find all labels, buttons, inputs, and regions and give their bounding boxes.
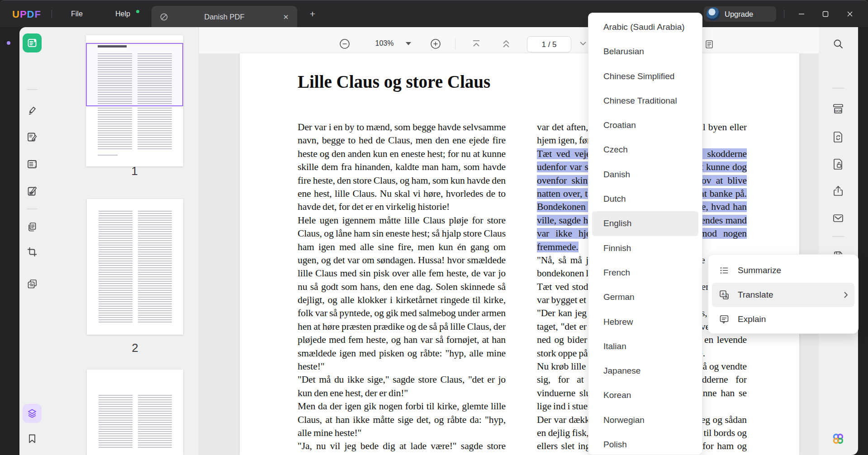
highlighter-icon[interactable] — [23, 101, 42, 120]
page-thumbnail-3[interactable] — [87, 370, 183, 455]
language-option-french[interactable]: French — [592, 261, 698, 285]
chevron-down-icon[interactable] — [579, 41, 587, 47]
upgrade-button[interactable]: Upgrade — [704, 6, 776, 22]
page-thumbnail-1[interactable] — [86, 35, 183, 166]
text-line: heste og den anden kun en eneste hest; f… — [298, 147, 506, 161]
status-dot — [7, 41, 10, 45]
text-line: ugen, og det var om søndagen. Hussa! hvo… — [298, 254, 506, 267]
avatar — [707, 7, 720, 21]
ocr-icon[interactable]: OCR — [829, 99, 848, 118]
language-option-hebrew[interactable]: Hebrew — [592, 310, 698, 334]
search-icon[interactable] — [829, 34, 848, 53]
ai-assistant-icon[interactable] — [829, 429, 848, 448]
page-number-input[interactable]: 1 / 5 — [527, 36, 571, 52]
text-line: dejligt, og alle klokker i kirketårnet r… — [298, 294, 506, 307]
text-line: Claus, "for siger du det én gang endnu, … — [298, 453, 506, 455]
language-option-arabic-saudi-arabia-[interactable]: Arabic (Saudi Arabia) — [592, 15, 698, 39]
view-toolbar: 103% 1 / 5 — [199, 27, 819, 53]
reader-mode-icon[interactable] — [23, 33, 42, 52]
new-tab-button[interactable]: + — [307, 8, 318, 20]
titlebar-divider — [52, 10, 52, 18]
edit-pdf-icon[interactable] — [23, 182, 42, 201]
zoom-in-button[interactable] — [431, 39, 441, 49]
submenu-chevron-icon — [844, 291, 848, 299]
menu-item-translate[interactable]: A Translate — [712, 283, 854, 307]
language-option-dutch[interactable]: Dutch — [592, 187, 698, 211]
language-option-korean[interactable]: Korean — [592, 383, 698, 408]
maximize-button[interactable] — [819, 9, 832, 19]
right-toolbar: OCR — [819, 27, 858, 455]
upgrade-label: Upgrade — [725, 6, 753, 22]
crop-icon[interactable] — [23, 242, 42, 261]
language-option-czech[interactable]: Czech — [592, 137, 698, 162]
text-line: navn, begge to hed de Claus, men den ene… — [298, 134, 506, 147]
text-line: "Ja, nu vil jeg bede dig at lade være!" … — [298, 440, 506, 453]
explain-icon — [719, 314, 730, 325]
menu-item-explain[interactable]: Explain — [712, 307, 854, 332]
text-line: smældede igen med pisken og råbte: "hyp,… — [298, 347, 506, 360]
language-option-chinese-traditional[interactable]: Chinese Traditional — [592, 89, 698, 113]
menu-item-summarize[interactable]: Summarize — [712, 258, 854, 283]
visible-area-indicator[interactable] — [86, 43, 183, 106]
text-line: nu så godt som hans, den ene dag. Solen … — [298, 280, 506, 294]
text-line: ham igen med alle sine fire, men kun én … — [298, 241, 506, 254]
minimize-button[interactable] — [795, 9, 808, 19]
zoom-level[interactable]: 103% — [369, 37, 400, 50]
rail-divider — [832, 236, 844, 237]
thumbnail-page-number: 2 — [86, 341, 184, 355]
previous-pages-icon[interactable] — [502, 38, 511, 49]
language-option-italian[interactable]: Italian — [592, 334, 698, 359]
updf-app: { "titlebar": { "logo": "UPDF", "file_me… — [0, 0, 868, 455]
translate-icon: A — [719, 289, 730, 300]
file-menu[interactable]: File — [71, 0, 83, 28]
svg-text:A: A — [721, 292, 725, 296]
text-line: folk var så pyntede, og gik med salmebog… — [298, 307, 506, 320]
page-thumbnail-2[interactable] — [87, 199, 183, 335]
organize-pages-icon[interactable] — [23, 155, 42, 174]
text-line: pløjede med fem heste, og han var så for… — [298, 333, 506, 346]
menu-item-label: Explain — [738, 314, 766, 324]
zoom-dropdown-caret[interactable] — [406, 42, 411, 45]
language-option-polish[interactable]: Polish — [592, 432, 698, 455]
text-line: heste!" — [298, 360, 506, 373]
selection-context-menu: Summarize A Translate Explain — [708, 254, 859, 334]
rail-divider — [832, 88, 844, 89]
summarize-icon — [719, 265, 730, 276]
language-option-danish[interactable]: Danish — [592, 162, 698, 187]
close-button[interactable] — [843, 9, 857, 19]
text-line: skille dem fra hinanden, kaldte man ham,… — [298, 161, 506, 174]
convert-icon[interactable] — [829, 127, 848, 146]
attachment-icon[interactable] — [23, 452, 42, 455]
tab-title: Danish PDF — [152, 6, 297, 28]
help-menu[interactable]: Help — [115, 0, 130, 28]
language-option-croatian[interactable]: Croatian — [592, 113, 698, 137]
menu-item-label: Summarize — [738, 265, 781, 275]
copy-pages-icon[interactable] — [23, 218, 42, 237]
language-option-finnish[interactable]: Finnish — [592, 236, 698, 261]
language-option-chinese-simplified[interactable]: Chinese Simplified — [592, 64, 698, 89]
tab-danish-pdf[interactable]: Danish PDF ✕ — [152, 6, 297, 28]
rail-divider — [27, 209, 38, 209]
stamp-icon[interactable] — [23, 275, 42, 294]
language-option-belarusian[interactable]: Belarusian — [592, 39, 698, 64]
language-option-norwegian[interactable]: Norwegian — [592, 408, 698, 432]
language-option-english[interactable]: English — [592, 211, 698, 236]
language-option-german[interactable]: German — [592, 285, 698, 309]
rail-divider — [27, 89, 38, 90]
thumbnails-panel: 1 2 — [45, 27, 199, 455]
text-line: Men da der igen gik nogen forbi til kirk… — [298, 400, 506, 413]
mail-icon[interactable] — [829, 209, 848, 228]
zoom-out-button[interactable] — [340, 39, 350, 49]
language-option-japanese[interactable]: Japanese — [592, 359, 698, 383]
text-line: fire heste, den store Claus, og ham, som… — [298, 174, 506, 187]
page-layers-icon[interactable] — [23, 404, 42, 423]
scroll-to-top-icon[interactable] — [472, 40, 481, 48]
share-icon[interactable] — [829, 181, 848, 200]
bookmark-icon[interactable] — [23, 429, 42, 448]
annotate-icon[interactable] — [23, 128, 42, 147]
text-line: hen at høre præsten prædike og de så på … — [298, 320, 506, 333]
reading-mode-icon[interactable] — [705, 40, 713, 49]
left-toolbar — [19, 27, 45, 455]
protect-icon[interactable] — [829, 154, 848, 173]
tab-close-icon[interactable]: ✕ — [280, 12, 291, 23]
